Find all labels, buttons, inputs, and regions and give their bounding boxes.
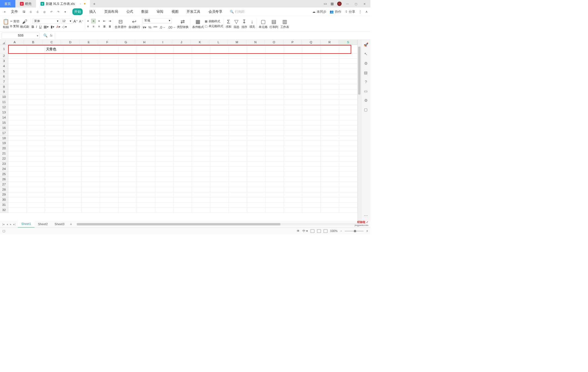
cell[interactable] xyxy=(155,166,174,172)
format-painter-button[interactable]: 🖌格式刷 xyxy=(19,18,30,29)
cell[interactable] xyxy=(63,177,82,182)
cell[interactable] xyxy=(100,79,119,84)
cell[interactable] xyxy=(45,69,63,74)
row-header[interactable]: 21 xyxy=(0,151,8,156)
cell[interactable] xyxy=(8,203,27,208)
eye-icon[interactable]: 👁 xyxy=(297,229,300,233)
cell[interactable] xyxy=(155,45,174,54)
cell[interactable] xyxy=(82,100,100,105)
cell[interactable] xyxy=(339,45,357,54)
cell[interactable] xyxy=(302,100,321,105)
cell[interactable] xyxy=(27,89,45,95)
font-size-select[interactable]: 12▾ xyxy=(61,18,72,24)
card-icon[interactable]: ▭ xyxy=(363,89,368,94)
cell[interactable] xyxy=(302,156,321,162)
cell[interactable] xyxy=(82,64,100,69)
file-menu[interactable]: 文件 xyxy=(11,10,18,14)
cell[interactable] xyxy=(192,110,210,115)
cell[interactable] xyxy=(265,115,284,120)
underline-icon[interactable]: U xyxy=(39,25,42,29)
cell[interactable] xyxy=(174,136,192,141)
cell[interactable] xyxy=(45,187,63,192)
cell[interactable] xyxy=(174,120,192,125)
cell[interactable] xyxy=(265,64,284,69)
cell[interactable] xyxy=(210,115,229,120)
cell[interactable] xyxy=(339,89,357,95)
cell[interactable] xyxy=(118,115,137,120)
cell[interactable] xyxy=(284,146,302,151)
cell[interactable] xyxy=(265,89,284,95)
cut-button[interactable]: ✂剪切 xyxy=(10,19,19,23)
cell[interactable] xyxy=(284,151,302,156)
cell[interactable] xyxy=(229,187,247,192)
cell[interactable] xyxy=(155,187,174,192)
cell[interactable] xyxy=(302,161,321,166)
cell[interactable] xyxy=(210,105,229,110)
cell[interactable] xyxy=(247,161,266,166)
cell[interactable] xyxy=(155,64,174,69)
cell[interactable] xyxy=(247,79,266,84)
cell[interactable] xyxy=(137,161,155,166)
row-header[interactable]: 12 xyxy=(0,105,8,110)
cell[interactable] xyxy=(82,197,100,203)
paste-button[interactable]: 📋粘贴 xyxy=(2,18,10,29)
cell[interactable] xyxy=(8,89,27,95)
cell[interactable] xyxy=(155,79,174,84)
cell[interactable] xyxy=(137,146,155,151)
cell[interactable] xyxy=(302,115,321,120)
cell[interactable] xyxy=(82,208,100,213)
cell[interactable] xyxy=(302,197,321,203)
cell[interactable] xyxy=(63,161,82,166)
cell[interactable] xyxy=(118,192,137,197)
cell[interactable] xyxy=(8,166,27,172)
cell[interactable] xyxy=(8,84,27,89)
cell[interactable] xyxy=(27,131,45,136)
cell[interactable] xyxy=(118,208,137,213)
merge-center-button[interactable]: ⊟合并居中 xyxy=(114,18,127,29)
cell[interactable] xyxy=(82,141,100,146)
cell[interactable] xyxy=(210,120,229,125)
cell[interactable] xyxy=(247,172,266,177)
cell[interactable] xyxy=(247,100,266,105)
cell[interactable] xyxy=(155,95,174,100)
cell[interactable] xyxy=(174,84,192,89)
cell[interactable] xyxy=(27,79,45,84)
cell[interactable] xyxy=(8,95,27,100)
col-header-P[interactable]: P xyxy=(283,40,302,45)
col-header-Q[interactable]: Q xyxy=(302,40,320,45)
cell[interactable] xyxy=(321,125,339,131)
cell[interactable] xyxy=(63,74,82,79)
cell[interactable] xyxy=(82,105,100,110)
cell[interactable] xyxy=(321,141,339,146)
cell[interactable] xyxy=(45,203,63,208)
cell[interactable] xyxy=(174,79,192,84)
cell[interactable] xyxy=(63,89,82,95)
cell[interactable] xyxy=(155,203,174,208)
cell[interactable] xyxy=(82,131,100,136)
cell[interactable] xyxy=(100,110,119,115)
cell[interactable] xyxy=(339,182,357,187)
cell[interactable] xyxy=(247,89,266,95)
cell[interactable] xyxy=(302,64,321,69)
cell[interactable] xyxy=(174,187,192,192)
col-header-A[interactable]: A xyxy=(5,40,24,45)
cell[interactable] xyxy=(284,177,302,182)
help-icon[interactable]: ? xyxy=(363,79,368,84)
cell[interactable] xyxy=(192,166,210,172)
col-header-B[interactable]: B xyxy=(24,40,42,45)
cell[interactable] xyxy=(339,84,357,89)
save-as-icon[interactable]: ⎙ xyxy=(29,10,33,14)
sheet-last-icon[interactable]: ▸| xyxy=(13,222,16,226)
cell[interactable] xyxy=(265,125,284,131)
cell[interactable] xyxy=(82,156,100,162)
cell[interactable] xyxy=(27,146,45,151)
cell[interactable] xyxy=(265,203,284,208)
cell[interactable] xyxy=(210,100,229,105)
cell[interactable] xyxy=(321,208,339,213)
cell[interactable] xyxy=(321,84,339,89)
cell[interactable] xyxy=(210,84,229,89)
cell[interactable] xyxy=(339,208,357,213)
cell[interactable] xyxy=(302,89,321,95)
cell[interactable] xyxy=(192,45,210,54)
cell[interactable] xyxy=(45,54,63,59)
